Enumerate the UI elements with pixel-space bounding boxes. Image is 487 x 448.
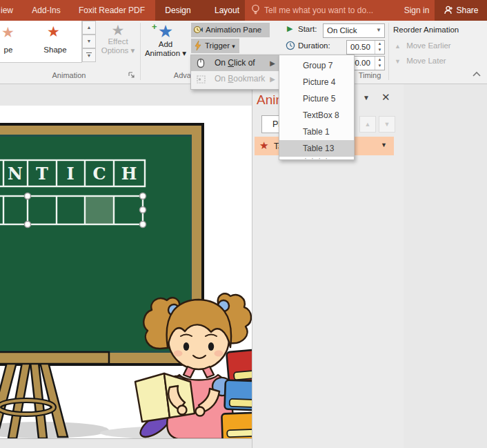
add-animation-label-1: Add [159,40,172,48]
letter-h: H [121,164,137,184]
gallery-scroll-down[interactable]: ▼ [82,35,96,48]
tell-me-label: Tell me what you want to do... [264,6,373,15]
animation-pane-button[interactable]: Animation Pane [191,23,270,37]
cheek [215,351,223,357]
move-later-label: Move Later [406,57,446,65]
title-bar: iew Add-Ins Foxit Reader PDF Design Layo… [0,0,487,21]
gallery-scroll-up[interactable]: ▲ [82,21,96,35]
eye [208,342,214,351]
bookmark-icon [197,75,206,84]
trigger-button[interactable]: Trigger ▾ [191,39,239,53]
letter-n: N [8,164,23,184]
effect-options-star-icon: ★ [112,22,125,38]
combobox-arrow-icon: ▼ [376,27,381,33]
gallery-item-label: pe [0,46,21,54]
move-later-button[interactable]: ▼ Move Later [395,57,446,65]
share-label: Share [456,6,478,15]
move-earlier-label: Move Earlier [406,41,451,50]
submenu-item-textbox-8[interactable]: TextBox 8 [279,107,354,124]
start-value: On Click [327,26,357,35]
animation-pane-icon [193,25,203,35]
duration-spinner[interactable]: 00.50 ▲▼ [346,40,385,55]
gallery-more-button[interactable]: ▼ [82,48,96,62]
star-animation-icon: ★ [259,139,268,152]
submenu-item-picture-4[interactable]: Picture 4 [279,74,354,90]
group-label-timing: Timing [349,71,390,79]
animation-pane-button-label: Animation Pane [206,26,261,34]
trigger-button-label: Trigger [205,41,230,50]
start-play-icon: ▶ [287,24,292,33]
person-icon [444,6,453,14]
tab-view[interactable]: iew [0,0,21,21]
submenu-arrow-icon: ▶ [270,71,275,87]
pane-close-icon[interactable]: ✕ [381,91,390,104]
cheek [174,351,183,357]
share-button[interactable]: Share [437,0,486,21]
pane-move-down-button[interactable]: ▼ [379,116,395,133]
powerpoint-window: iew Add-Ins Foxit Reader PDF Design Layo… [0,0,487,448]
on-click-of-submenu: Group 7 Picture 4 Picture 5 TextBox 8 Ta… [279,55,355,160]
group-divider [140,23,141,80]
start-combobox[interactable]: On Click ▼ [323,23,385,38]
move-earlier-button[interactable]: ▲ Move Earlier [395,41,451,50]
animation-style-star-icon: ★ [1,25,14,39]
effect-options-label-1: Effect [108,37,128,46]
duration-value: 00.50 [350,43,370,51]
tab-design[interactable]: Design [157,0,199,21]
submenu-item-picture-5[interactable]: Picture 5 [279,90,354,107]
tab-foxit-reader-pdf[interactable]: Foxit Reader PDF [70,0,153,21]
collapse-ribbon-icon[interactable] [472,70,481,77]
plus-icon: + [152,21,157,32]
lightning-trigger-icon [195,41,201,50]
shape-animation-star-icon: ★ [47,24,60,39]
submenu-item-table-1[interactable]: Table 1 [279,124,354,140]
tell-me-box[interactable]: Tell me what you want to do... [251,0,373,21]
start-label: Start: [298,25,317,33]
editor-area: N T I C H [0,84,487,448]
submenu-scroll-dots[interactable]: · · · · [279,157,354,162]
dialog-launcher-icon[interactable] [128,72,135,79]
effect-options-label-2: Options ▾ [101,46,135,55]
add-animation-label-2: Animation ▾ [145,49,186,57]
spinner-arrows-icon[interactable]: ▲▼ [375,57,384,70]
tab-layout[interactable]: Layout [207,0,247,21]
eye [183,342,189,351]
add-animation-star-icon: ★ [158,21,173,41]
letter-c: C [92,164,106,184]
pane-move-up-button[interactable]: ▲ [359,116,376,133]
menu-item-on-click-of[interactable]: On Click of ▶ [191,55,279,71]
sign-in-link[interactable]: Sign in [399,0,435,21]
add-animation-button[interactable]: ★ + Add Animation ▾ [143,23,188,66]
up-triangle-icon: ▲ [395,43,401,50]
letter-i: I [66,164,74,184]
mouse-icon [197,58,205,68]
chalk-tray [0,352,109,364]
duration-clock-icon [286,41,295,50]
menu-item-on-bookmark[interactable]: On Bookmark ▶ [191,71,279,87]
tab-add-ins[interactable]: Add-Ins [23,0,69,21]
on-click-of-label: On Click of [215,55,255,71]
lightbulb-icon [251,4,260,15]
gallery-item-shape-label: Shape [41,46,69,54]
animation-gallery[interactable]: ★ pe ★ Shape [0,21,82,63]
trigger-dropdown-menu: On Click of ▶ On Bookmark ▶ [190,55,280,90]
pane-menu-chevron-icon[interactable]: ▼ [363,94,370,101]
reorder-animation-title: Reorder Animation [393,26,459,34]
down-triangle-icon: ▼ [395,58,401,65]
group-label-animation: Animation [38,71,100,79]
on-bookmark-label: On Bookmark [215,71,265,87]
duration-label: Duration: [298,41,330,50]
hand [196,407,205,416]
item-dropdown-icon[interactable]: ▼ [381,142,387,148]
submenu-arrow-icon: ▶ [270,55,275,71]
submenu-item-group-7[interactable]: Group 7 [279,57,354,74]
hand [178,406,187,415]
spinner-arrows-icon[interactable]: ▲▼ [375,41,384,54]
letter-t: T [36,164,48,184]
effect-options-button[interactable]: ★ Effect Options ▾ [99,23,137,66]
